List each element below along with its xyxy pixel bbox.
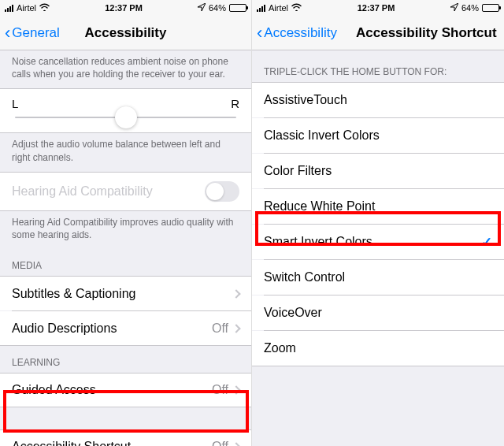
location-icon	[198, 3, 206, 13]
hearing-footer: Hearing Aid Compatibility improves audio…	[0, 211, 251, 249]
chevron-right-icon	[232, 324, 240, 333]
subtitles-cell[interactable]: Subtitles & Captioning	[0, 276, 251, 310]
audio-desc-label: Audio Descriptions	[12, 321, 117, 336]
subtitles-label: Subtitles & Captioning	[12, 287, 135, 301]
hearing-aid-label: Hearing Aid Compatibility	[12, 184, 153, 199]
option-label: Zoom	[264, 341, 296, 355]
shortcut-options-list: AssistiveTouchClassic Invert ColorsColor…	[252, 82, 504, 366]
chevron-left-icon: ‹	[5, 24, 10, 42]
nav-bar: ‹ General Accessibility	[0, 16, 251, 50]
status-time: 12:37 PM	[358, 3, 395, 13]
option-label: Color Filters	[264, 164, 332, 178]
balance-slider[interactable]	[15, 117, 236, 118]
wifi-icon	[39, 3, 50, 13]
shortcut-option[interactable]: Classic Invert Colors	[252, 118, 504, 153]
shortcut-value: Off	[212, 440, 228, 446]
signal-icon	[5, 5, 13, 12]
option-label: AssistiveTouch	[264, 93, 347, 107]
back-label: General	[12, 25, 59, 41]
audio-desc-cell[interactable]: Audio Descriptions Off	[0, 311, 251, 346]
option-label: Reduce White Point	[264, 199, 375, 214]
guided-label: Guided Access	[12, 383, 96, 397]
balance-slider-row: L R	[0, 88, 251, 133]
chevron-left-icon: ‹	[257, 24, 262, 42]
chevron-right-icon	[232, 289, 240, 298]
hearing-aid-switch	[205, 181, 239, 202]
shortcut-option[interactable]: Zoom	[252, 331, 504, 366]
nav-bar: ‹ Accessibility Accessibility Shortcut	[252, 16, 504, 50]
hearing-aid-cell: Hearing Aid Compatibility	[0, 172, 251, 211]
back-label: Accessibility	[264, 25, 337, 41]
battery-icon	[482, 4, 499, 12]
balance-right-label: R	[231, 97, 239, 110]
status-bar: Airtel 12:37 PM 64%	[0, 0, 251, 16]
right-screen: Airtel 12:37 PM 64% ‹ Accessibility Acce…	[252, 0, 504, 446]
guided-value: Off	[212, 383, 228, 397]
shortcut-option[interactable]: VoiceOver	[252, 295, 504, 330]
status-time: 12:37 PM	[105, 3, 143, 13]
back-button[interactable]: ‹ Accessibility	[252, 24, 337, 42]
accessibility-shortcut-cell[interactable]: Accessibility Shortcut Off	[0, 429, 251, 446]
shortcut-option[interactable]: Reduce White Point	[252, 189, 504, 224]
option-label: VoiceOver	[264, 306, 322, 320]
media-header: MEDIA	[0, 249, 251, 276]
shortcut-label: Accessibility Shortcut	[12, 440, 131, 446]
location-icon	[450, 3, 458, 13]
option-label: Switch Control	[264, 270, 345, 284]
shortcut-option[interactable]: Smart Invert Colors✓	[252, 225, 504, 259]
guided-access-cell[interactable]: Guided Access Off	[0, 373, 251, 407]
carrier-label: Airtel	[17, 3, 36, 13]
shortcut-option[interactable]: Color Filters	[252, 154, 504, 188]
triple-click-header: TRIPLE-CLICK THE HOME BUTTON FOR:	[252, 50, 504, 82]
status-bar: Airtel 12:37 PM 64%	[252, 0, 504, 16]
slider-thumb[interactable]	[115, 106, 137, 128]
balance-footer: Adjust the audio volume balance between …	[0, 133, 251, 171]
balance-left-label: L	[12, 97, 18, 110]
shortcut-option[interactable]: AssistiveTouch	[252, 83, 504, 117]
carrier-label: Airtel	[269, 3, 288, 13]
signal-icon	[257, 5, 265, 12]
battery-icon	[229, 4, 246, 12]
option-label: Classic Invert Colors	[264, 128, 380, 143]
noise-cancel-footer: Noise cancellation reduces ambient noise…	[0, 50, 251, 88]
chevron-right-icon	[232, 385, 240, 394]
battery-pct: 64%	[209, 3, 226, 13]
left-screen: Airtel 12:37 PM 64% ‹ General Accessibil…	[0, 0, 252, 446]
audio-desc-value: Off	[212, 321, 228, 336]
wifi-icon	[291, 3, 302, 13]
learning-header: LEARNING	[0, 346, 251, 373]
back-button[interactable]: ‹ General	[0, 24, 60, 42]
shortcut-option[interactable]: Switch Control	[252, 260, 504, 295]
chevron-right-icon	[232, 442, 240, 446]
battery-pct: 64%	[461, 3, 479, 13]
option-label: Smart Invert Colors	[264, 235, 372, 249]
checkmark-icon: ✓	[481, 234, 492, 251]
